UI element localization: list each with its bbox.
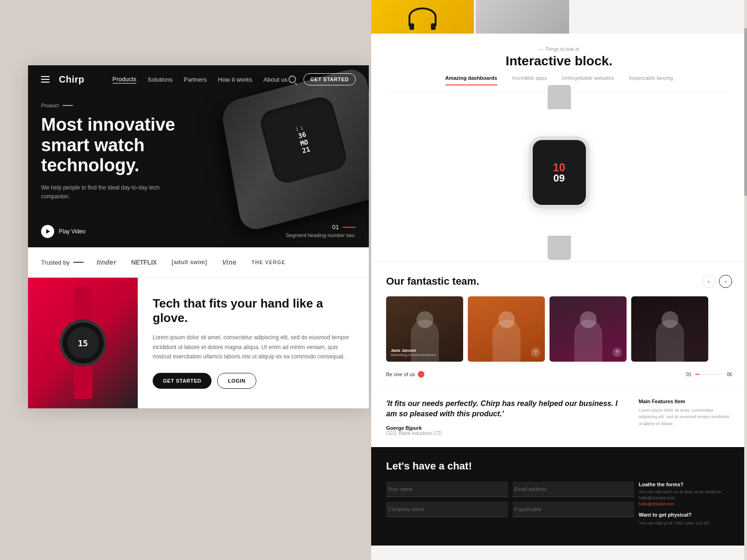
nav-links: Products Solutions Partners How it works… <box>113 76 289 84</box>
feature-login-button[interactable]: LOGIN <box>217 373 256 389</box>
aw-min: 09 <box>553 173 565 183</box>
product-label: Product <box>41 103 356 108</box>
testimonial-section: 'It fits our needs perfectly. Chirp has … <box>371 387 747 447</box>
be-one-link[interactable]: Be one of us → <box>386 371 424 378</box>
physical-info: Want to get physical? You can visit us a… <box>639 512 732 527</box>
interactive-label: — Things to look at <box>390 47 728 52</box>
play-button[interactable]: Play Video <box>41 225 85 238</box>
team-question-3[interactable]: ? <box>613 348 622 357</box>
adult-swim-logo: [adult swim] <box>172 259 207 266</box>
itab-apps[interactable]: Incredible apps <box>512 75 547 85</box>
team-cards: Jane Janson Marketing Communications ? <box>386 296 732 362</box>
nav-about[interactable]: About us <box>263 76 287 83</box>
hero-content: Product Most innovative smart watch tech… <box>28 93 369 201</box>
segment-line <box>343 227 356 228</box>
apple-watch: 10 09 <box>529 136 590 209</box>
apple-watch-time: 10 09 <box>553 162 565 183</box>
get-started-nav-button[interactable]: GET STARTED <box>303 73 356 85</box>
segment-info: 01 Segment heading number two. <box>286 224 356 238</box>
team-footer: Be one of us → 01 06 <box>386 367 732 378</box>
progress-start: 01 <box>686 372 691 377</box>
address: You can visit us at: Vilor Lane, L51 2i7 <box>639 519 732 527</box>
feature-get-started-button[interactable]: GET STARTED <box>153 373 211 389</box>
physical-title: Want to get physical? <box>639 512 732 518</box>
verge-logo: THE VERGE <box>252 259 286 265</box>
optional-input[interactable] <box>513 502 634 517</box>
chat-section: Let's have a chat! Loathe the forms? You… <box>371 447 747 546</box>
itab-lancing[interactable]: Impeccable lancing <box>629 75 673 85</box>
segment-text: Segment heading number two. <box>286 232 356 238</box>
aw-band-top <box>548 85 571 109</box>
interactive-block: — Things to look at Interactive block. A… <box>371 34 747 262</box>
scrollbar[interactable] <box>744 0 747 560</box>
trust-logos: tinder NETFLIX [adult swim] Vine THE VER… <box>97 259 285 266</box>
interactive-title: Interactive block. <box>390 54 728 69</box>
testimonial-author: Goerge Bjpurk <box>386 425 624 431</box>
feature-buttons: GET STARTED LOGIN <box>153 373 354 389</box>
nav-solutions[interactable]: Solutions <box>148 76 172 83</box>
trust-bar: Trusted by tinder NETFLIX [adult swim] V… <box>28 247 369 278</box>
scrollbar-thumb[interactable] <box>744 28 747 196</box>
play-icon <box>41 225 54 238</box>
person-head-4 <box>662 311 678 328</box>
hamburger-menu[interactable] <box>41 76 49 83</box>
features-title: Main Features Item <box>639 399 732 404</box>
search-icon[interactable] <box>289 76 296 83</box>
headphones-visual <box>371 0 474 34</box>
team-navigation: ‹ › <box>702 275 732 288</box>
watch-strap-bottom <box>74 366 92 399</box>
chat-title: Let's have a chat! <box>386 460 732 472</box>
team-person-4 <box>631 296 708 362</box>
testimonial-company: CEO, Blank Industries LTD <box>386 431 624 436</box>
feature-section: 15 Tech that fits your hand like a glove… <box>28 278 369 408</box>
team-card-1: Jane Janson Marketing Communications <box>386 296 463 362</box>
team-next-button[interactable]: › <box>719 275 732 288</box>
aw-hour: 10 <box>553 162 565 173</box>
nav-products[interactable]: Products <box>113 76 136 84</box>
apple-watch-screen: 10 09 <box>533 140 586 205</box>
person-shape-2 <box>493 320 521 362</box>
be-one-arrow: → <box>418 371 424 378</box>
chat-form-right: Loathe the forms? You can still reach us… <box>639 482 732 532</box>
person-shape-4 <box>656 320 684 362</box>
netflix-logo: NETFLIX <box>131 259 157 266</box>
watch-face: 15 <box>67 327 99 359</box>
team-question-2[interactable]: ? <box>531 348 540 357</box>
nav-how-it-works[interactable]: How it works <box>218 76 253 83</box>
watch-placeholder: 15 <box>28 278 138 408</box>
loathe-text: You can still reach us or drop us an ema… <box>639 489 732 502</box>
company-input[interactable] <box>386 502 508 517</box>
person-head-3 <box>580 311 597 328</box>
features-text: Lorem ipsum dolor sit amet, consectetur … <box>639 407 732 427</box>
cable-image <box>476 0 569 34</box>
segment-number: 01 <box>286 224 356 231</box>
loathe-title: Loathe the forms? <box>639 482 732 487</box>
brand-logo: Chirp <box>59 74 85 85</box>
person-shape-3 <box>574 320 602 362</box>
email-link[interactable]: hello@chirpkit.com <box>639 502 732 506</box>
team-card-4 <box>631 296 708 362</box>
testimonial-right: Main Features Item Lorem ipsum dolor sit… <box>639 399 732 436</box>
watch-showcase: 10 09 <box>390 99 728 241</box>
nav-right: GET STARTED <box>289 73 356 85</box>
feature-description: Lorem ipsum dolor sit amet, consectetur … <box>153 333 354 361</box>
aw-band-bottom <box>548 236 571 260</box>
team-prev-button[interactable]: ‹ <box>702 275 715 288</box>
play-triangle <box>46 229 50 234</box>
progress-end: 06 <box>727 372 732 377</box>
team-title: Our fantastic team. <box>386 275 479 287</box>
itab-websites[interactable]: Unforgettable websites <box>562 75 614 85</box>
nav-partners[interactable]: Partners <box>184 76 207 83</box>
main-nav: Chirp Products Solutions Partners How it… <box>28 65 369 93</box>
team-section: Our fantastic team. ‹ › Jane Janson Mark… <box>371 262 747 387</box>
play-label: Play Video <box>59 228 85 235</box>
watch-round: 15 <box>60 320 106 366</box>
email-input[interactable] <box>513 482 634 497</box>
name-input[interactable] <box>386 482 508 497</box>
trusted-line <box>73 262 84 263</box>
product-label-line <box>63 105 73 106</box>
hero-footer: Play Video 01 Segment heading number two… <box>28 224 369 247</box>
tinder-logo: tinder <box>97 259 116 266</box>
trusted-label: Trusted by <box>41 259 84 266</box>
itab-dashboards[interactable]: Amazing dashboards <box>445 75 497 85</box>
